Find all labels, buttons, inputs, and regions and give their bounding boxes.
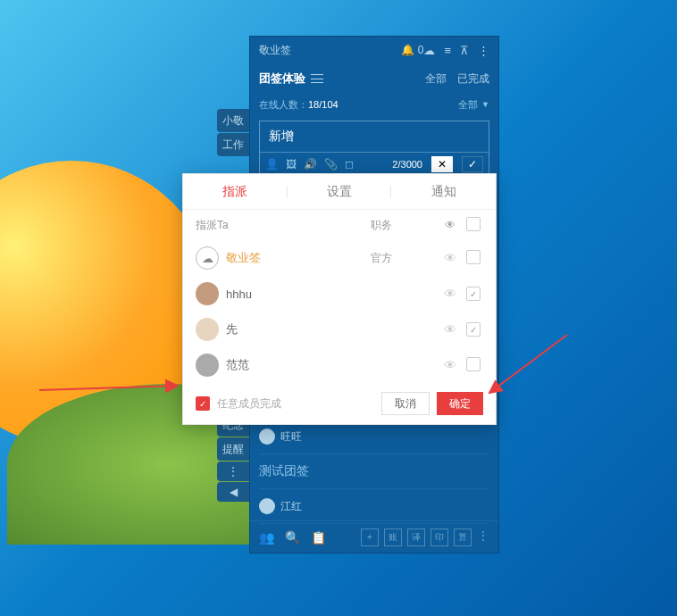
content-item-test[interactable]: 测试团签 — [259, 454, 489, 489]
search-icon[interactable]: 🔍 — [285, 530, 300, 545]
cancel-button[interactable]: 取消 — [381, 392, 430, 415]
app-header: 敬业签 🔔 0 ☁ ≡ ⊼ ⋮ — [250, 37, 498, 63]
svg-line-0 — [39, 386, 178, 390]
calendar-icon[interactable]: 📋 — [311, 530, 326, 545]
member-checkbox[interactable] — [466, 250, 481, 264]
svg-line-1 — [489, 335, 567, 393]
sidebar-tabs: 小敬 工作 — [217, 109, 249, 156]
tab-notify[interactable]: 通知 — [391, 174, 496, 209]
sidebar-tab-0[interactable]: 小敬 — [217, 109, 249, 132]
test-label: 测试团签 — [259, 463, 309, 479]
assign-popup: 指派 设置 通知 指派Ta 职务 👁 ☁ 敬业签 官方 👁 hhhu 👁 先 👁… — [182, 173, 497, 425]
member-name: 范范 — [226, 357, 371, 373]
new-item-box: 新增 👤 🖼 🔊 📎 ◻ 2/3000 ✕ ✓ — [259, 121, 489, 177]
bb-4[interactable]: 算 — [454, 529, 472, 546]
avatar — [259, 498, 275, 514]
avatar-cloud: ☁ — [196, 246, 219, 270]
pin-icon[interactable]: ⊼ — [460, 44, 469, 57]
item-user: 江红 — [280, 499, 302, 514]
item-user: 旺旺 — [280, 429, 302, 445]
member-row-1[interactable]: hhhu 👁 — [183, 276, 496, 312]
sidebar-tab-4[interactable]: 提醒 — [217, 437, 249, 461]
member-row-0[interactable]: ☁ 敬业签 官方 👁 — [183, 240, 496, 276]
bell-count: 0 — [418, 44, 424, 56]
member-row-2[interactable]: 先 👁 — [183, 312, 496, 347]
bb-1[interactable]: 账 — [384, 529, 402, 546]
sound-icon[interactable]: 🔊 — [304, 158, 317, 171]
avatar — [196, 282, 219, 305]
tab-assign[interactable]: 指派 — [183, 174, 288, 209]
eye-icon[interactable]: 👁 — [437, 358, 464, 372]
plus-button[interactable]: + — [361, 529, 379, 546]
popup-tabs: 指派 设置 通知 — [183, 174, 496, 210]
bottom-bar: 👥 🔍 📋 + 账 译 印 算 ⋮ — [250, 520, 498, 553]
char-count: 2/3000 — [392, 159, 422, 170]
sidebar-more[interactable]: ⋮ — [217, 462, 249, 481]
popup-header-row: 指派Ta 职务 👁 — [183, 210, 496, 240]
confirm-check-button[interactable]: ✓ — [462, 156, 483, 172]
filter-all[interactable]: 全部 — [425, 71, 447, 87]
square-icon[interactable]: ◻ — [345, 158, 354, 171]
person-icon[interactable]: 👤 — [265, 158, 279, 171]
attach-icon[interactable]: 📎 — [324, 158, 338, 171]
online-label: 在线人数： — [259, 98, 308, 112]
any-member-label: 任意成员完成 — [217, 396, 374, 412]
bb-2[interactable]: 译 — [407, 529, 425, 546]
more-icon[interactable]: ⋮ — [478, 44, 489, 57]
bottom-more-icon[interactable]: ⋮ — [477, 529, 489, 546]
popup-footer: ✓ 任意成员完成 取消 确定 — [183, 383, 496, 424]
sidebar-tab-1[interactable]: 工作 — [217, 133, 249, 156]
eye-icon[interactable]: 👁 — [437, 251, 464, 265]
col-name: 指派Ta — [196, 218, 371, 233]
member-checkbox[interactable] — [466, 322, 481, 337]
sidebar-collapse[interactable]: ◀ — [217, 482, 249, 502]
new-item-title[interactable]: 新增 — [260, 121, 489, 153]
member-name: 敬业签 — [226, 250, 371, 266]
section-menu-icon[interactable] — [311, 74, 323, 83]
online-filter[interactable]: 全部 — [458, 98, 478, 112]
annotation-arrow-right — [482, 330, 572, 402]
menu-icon[interactable]: ≡ — [444, 44, 451, 57]
section-title: 团签体验 — [259, 71, 305, 87]
any-member-checkbox[interactable]: ✓ — [196, 396, 210, 411]
app-title: 敬业签 — [259, 43, 396, 58]
image-icon[interactable]: 🖼 — [286, 158, 297, 171]
bb-3[interactable]: 印 — [430, 529, 448, 546]
chevron-down-icon[interactable]: ▼ — [481, 100, 489, 109]
member-role: 官方 — [371, 251, 437, 266]
content-item-2[interactable]: 江红 — [259, 489, 489, 524]
sidebar-tabs-lower: 纪念 提醒 ⋮ ◀ — [217, 413, 249, 502]
avatar — [196, 318, 219, 341]
tab-settings[interactable]: 设置 — [288, 174, 392, 209]
member-checkbox[interactable] — [466, 357, 481, 371]
annotation-arrow-left — [39, 378, 182, 394]
cancel-x-button[interactable]: ✕ — [431, 156, 453, 172]
eye-icon: 👁 — [437, 219, 464, 231]
people-icon[interactable]: 👥 — [259, 530, 274, 545]
member-name: hhhu — [226, 287, 371, 301]
bell-icon[interactable]: 🔔 — [401, 44, 414, 56]
avatar — [196, 354, 219, 377]
filter-done[interactable]: 已完成 — [457, 71, 489, 87]
online-count: 18/104 — [308, 99, 338, 110]
section-bar: 团签体验 全部 已完成 — [250, 63, 498, 94]
check-all[interactable] — [466, 217, 481, 231]
member-checkbox[interactable] — [466, 287, 481, 301]
member-name: 先 — [226, 321, 371, 337]
online-bar: 在线人数： 18/104 全部 ▼ — [250, 94, 498, 115]
member-row-3[interactable]: 范范 👁 — [183, 347, 496, 383]
col-role: 职务 — [371, 218, 437, 233]
avatar — [259, 429, 275, 445]
confirm-button[interactable]: 确定 — [437, 392, 483, 415]
eye-icon[interactable]: 👁 — [437, 287, 464, 301]
eye-icon[interactable]: 👁 — [437, 322, 464, 337]
cloud-icon[interactable]: ☁ — [423, 44, 435, 57]
